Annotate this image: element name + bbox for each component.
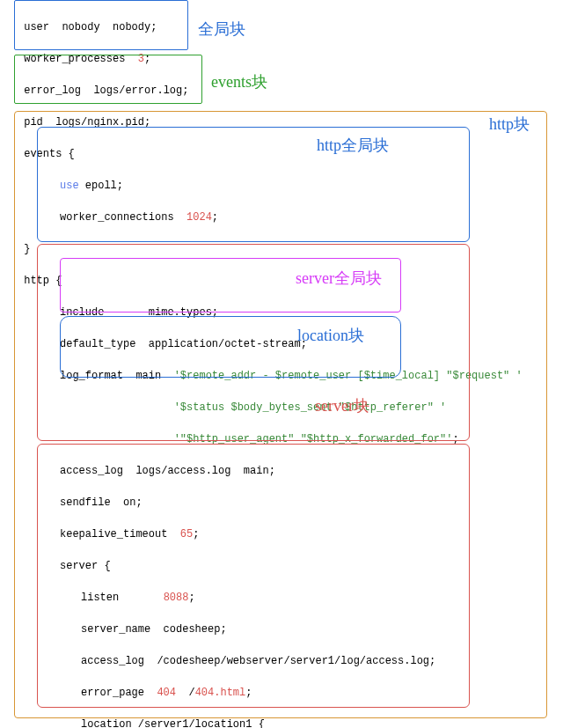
- code-line: default_type application/octet-stream;: [18, 336, 545, 352]
- code-line: server {: [18, 558, 545, 574]
- code-line: http {: [18, 273, 545, 289]
- code-line: log_format main '$remote_addr - $remote_…: [18, 368, 545, 384]
- code-line: keepalive_timeout 65;: [18, 526, 545, 542]
- code-line: access_log logs/access.log main;: [18, 463, 545, 479]
- code-line: server_name codesheep;: [18, 621, 545, 637]
- code-line: listen 8088;: [18, 590, 545, 606]
- code-line: location /server1/location1 {: [18, 717, 545, 728]
- code-line: events {: [18, 146, 545, 162]
- code-line: }: [18, 241, 545, 257]
- code-line: worker_connections 1024;: [18, 210, 545, 225]
- code-line: sendfile on;: [18, 495, 545, 511]
- code-line: worker_processes 3;: [18, 51, 545, 67]
- code-line: pid logs/nginx.pid;: [18, 114, 545, 130]
- code-line: '"$http_user_agent" "$http_x_forwarded_f…: [18, 431, 545, 447]
- code-line: include mime.types;: [18, 305, 545, 320]
- code-line: use epoll;: [18, 178, 545, 194]
- nginx-config-code: user nobody nobody; worker_processes 3; …: [18, 4, 545, 728]
- code-line: access_log /codesheep/webserver/server1/…: [18, 653, 545, 669]
- code-line: '$status $body_bytes_sent "$http_referer…: [18, 400, 545, 415]
- code-line: error_log logs/error.log;: [18, 83, 545, 99]
- code-line: user nobody nobody;: [18, 19, 545, 35]
- code-line: error_page 404 /404.html;: [18, 685, 545, 701]
